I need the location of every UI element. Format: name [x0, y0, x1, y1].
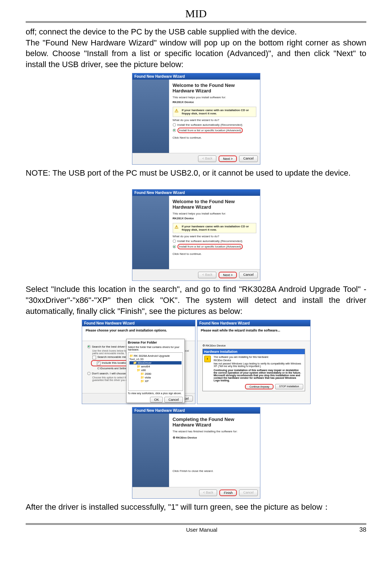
browse-dialog-sub: Select the folder that contains drivers … — [128, 346, 183, 351]
cancel-button[interactable]: Cancel — [239, 155, 257, 162]
install-device: ⚙ RK30xx Device — [202, 344, 305, 347]
wizard2-subtext: This wizard helps you install software f… — [173, 212, 256, 215]
radio2-list[interactable]: Install from a list or specific location… — [173, 244, 256, 249]
complete-back-button: < Back — [199, 490, 217, 496]
wizard-device-name: RK281X Device — [173, 100, 256, 104]
browse-tree-hint: To view any subfolders, click a plus sig… — [128, 392, 183, 395]
radio-circle-icon — [87, 372, 91, 375]
complete-titlebar: Found New Hardware Wizard — [132, 407, 260, 414]
back-button: < Back — [198, 155, 216, 162]
wizard2-heading: Welcome to the Found New Hardware Wizard — [173, 199, 256, 210]
note-text: NOTE: The USB port of the PC must be USB… — [26, 168, 366, 179]
wizard-click-next: Click Next to continue. — [173, 136, 256, 139]
radio-circle-checked-icon — [173, 129, 176, 132]
footer-label: User Manual — [26, 527, 359, 533]
install-titlebar: Found New Hardware Wizard — [197, 320, 310, 326]
complete-side-graphic — [132, 414, 169, 487]
tree-vista[interactable]: 📁 vista — [129, 376, 182, 379]
wizard2-device-name: RK281X Device — [173, 217, 256, 220]
folder-tree[interactable]: 📁 RK 3028A Android Upgrade Tool_v1.33 📁 … — [128, 352, 183, 391]
complete-device: ⚙ RK30xx Device — [173, 436, 256, 439]
radio-circle-checked-icon — [87, 345, 91, 348]
wizard2-side-graphic — [132, 196, 169, 269]
hw-warn4: Continuing your installation of this sof… — [214, 369, 303, 382]
wizard-titlebar: Found New Hardware Wizard — [132, 73, 260, 80]
hw-warn3: has not passed Windows Logo testing to v… — [214, 362, 303, 367]
tree-x86[interactable]: 📁 x86 — [129, 369, 182, 372]
radio-auto[interactable]: Install the software automatically (Reco… — [173, 123, 256, 127]
wizard2-info-box: If your hardware came with an installati… — [173, 223, 256, 233]
page-header-title: MID — [26, 7, 366, 20]
browse-cancel-button[interactable]: Cancel — [164, 397, 183, 403]
stop-install-button[interactable]: STOP Installation — [275, 384, 303, 389]
complete-text: The wizard has finished installing the s… — [173, 430, 256, 433]
wizard-subtext: This wizard helps you install software f… — [173, 96, 256, 99]
back-button-2: < Back — [198, 272, 216, 278]
browse-titlebar: Found New Hardware Wizard — [82, 320, 195, 326]
footer-rule — [26, 523, 366, 525]
install-header: Please wait while the wizard installs th… — [197, 326, 310, 341]
wizard2-titlebar: Found New Hardware Wizard — [132, 190, 260, 196]
hw-warn1: The software you are installing for this… — [214, 356, 303, 358]
radio2-list-label: Install from a list or specific location… — [177, 244, 243, 249]
tree-xp[interactable]: 📁 XP — [129, 380, 182, 383]
radio-circle-icon — [173, 239, 176, 243]
radio-circle-icon — [173, 123, 176, 127]
wizard2-click-next: Click Next to continue. — [173, 252, 256, 256]
continue-anyway-button[interactable]: Continue Anyway — [245, 384, 274, 389]
wizard-side-graphic — [132, 80, 169, 153]
paragraph-4: After the driver is installed successful… — [26, 502, 366, 513]
next-button-2[interactable]: Next > — [219, 272, 237, 278]
radio-circle-checked-icon — [173, 245, 176, 248]
hardware-install-dialog: Hardware Installation ! The software you… — [202, 349, 305, 391]
wizard-info-box: If your hardware came with an installati… — [173, 107, 256, 117]
complete-finish-text: Click Finish to close the wizard. — [173, 469, 256, 473]
radio-list-label: Install from a list or specific location… — [177, 128, 243, 133]
checkbox-icon — [92, 356, 96, 359]
wizard-heading: Welcome to the Found New Hardware Wizard — [173, 83, 256, 94]
tree-30xx[interactable]: 📁 30xxDriver — [129, 361, 182, 364]
tree-2000[interactable]: 📁 2000 — [129, 372, 182, 375]
figure-wizard-2: Found New Hardware Wizard Welcome to the… — [26, 189, 366, 281]
figure-wizard-1: Found New Hardware Wizard Welcome to the… — [26, 73, 366, 165]
tree-root[interactable]: 📁 RK 3028A Android Upgrade Tool_v1.33 — [129, 354, 182, 361]
page-number: 38 — [359, 526, 366, 534]
finish-button[interactable]: Finish — [219, 490, 237, 496]
radio-list[interactable]: Install from a list or specific location… — [173, 128, 256, 133]
complete-cancel-button: Cancel — [239, 490, 257, 496]
figure-wizard-complete: Found New Hardware Wizard Completing the… — [26, 407, 366, 499]
hw-dialog-title: Hardware Installation — [203, 349, 305, 354]
browse-dialog: Browse For Folder Select the folder that… — [126, 339, 185, 403]
browse-dialog-title: Browse For Folder — [128, 341, 183, 344]
radio2-auto[interactable]: Install the software automatically (Reco… — [173, 239, 256, 243]
radio2-auto-label: Install the software automatically (Reco… — [177, 239, 242, 243]
paragraph-3: Select "Include this location in the sea… — [26, 284, 366, 316]
tree-amd64[interactable]: 📁 amd64 — [129, 365, 182, 368]
figure-side-by-side: Found New Hardware Wizard Please choose … — [26, 320, 366, 404]
radio-auto-label: Install the software automatically (Reco… — [177, 123, 242, 127]
header-rule — [26, 21, 366, 23]
complete-heading: Completing the Found New Hardware Wizard — [173, 417, 256, 428]
hw-warn2: RK30xx Device — [214, 359, 303, 362]
checkbox-checked-icon — [97, 362, 100, 365]
paragraph-1: off; connect the device to the PC by the… — [26, 26, 366, 37]
wizard2-question: What do you want the wizard to do? — [173, 235, 256, 238]
browse-ok-button[interactable]: OK — [150, 397, 163, 403]
cancel-button-2[interactable]: Cancel — [239, 272, 257, 278]
wizard-question: What do you want the wizard to do? — [173, 118, 256, 122]
paragraph-2: The "Found New Hardware Wizard" window w… — [26, 37, 366, 70]
warning-icon: ! — [204, 356, 211, 362]
next-button[interactable]: Next > — [219, 155, 237, 162]
